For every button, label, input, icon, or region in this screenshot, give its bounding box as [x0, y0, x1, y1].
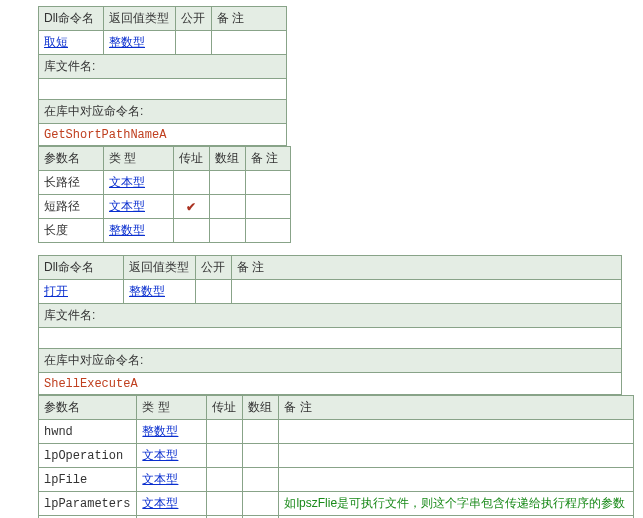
param-row: lpParameters文本型如lpszFlie是可执行文件，则这个字串包含传递… — [39, 492, 634, 516]
param-type: 整数型 — [104, 219, 174, 243]
lib-label: 库文件名: — [39, 55, 287, 79]
lib-value — [39, 79, 287, 100]
param-array — [243, 420, 279, 444]
param-table-1: 参数名 类 型 传址 数组 备 注 长路径文本型短路径文本型✔长度整数型 — [38, 146, 291, 243]
hdr-dllcmd: Dll命令名 — [39, 256, 124, 280]
dll-name-link[interactable]: 取短 — [44, 35, 68, 49]
param-name: lpParameters — [39, 492, 137, 516]
dll-table-1: Dll命令名 返回值类型 公开 备 注 取短 整数型 库文件名: 在库中对应命令… — [38, 6, 287, 146]
param-type-link[interactable]: 文本型 — [109, 175, 145, 189]
param-row: 长路径文本型 — [39, 171, 291, 195]
param-remark — [246, 219, 291, 243]
param-byref — [207, 444, 243, 468]
ph-name: 参数名 — [39, 396, 137, 420]
param-remark — [246, 195, 291, 219]
param-type: 文本型 — [137, 492, 207, 516]
dll-row: 打开 整数型 — [39, 280, 622, 304]
dll-row: 取短 整数型 — [39, 31, 287, 55]
param-table-2: 参数名 类 型 传址 数组 备 注 hwnd整数型lpOperation文本型l… — [38, 395, 634, 518]
ph-byref: 传址 — [174, 147, 210, 171]
public-cell — [176, 31, 212, 55]
lib-value-row — [39, 79, 287, 100]
ph-remark: 备 注 — [279, 396, 634, 420]
hdr-rettype: 返回值类型 — [124, 256, 196, 280]
param-byref — [174, 171, 210, 195]
hdr-public: 公开 — [176, 7, 212, 31]
dll-block-getshortpathname: Dll命令名 返回值类型 公开 备 注 取短 整数型 库文件名: 在库中对应命令… — [38, 6, 643, 243]
inlib-value: ShellExecuteA — [44, 377, 138, 391]
lib-label-row: 库文件名: — [39, 304, 622, 328]
lib-label: 库文件名: — [39, 304, 622, 328]
param-remark — [246, 171, 291, 195]
ret-type-link[interactable]: 整数型 — [109, 35, 145, 49]
param-byref — [207, 468, 243, 492]
ph-type: 类 型 — [137, 396, 207, 420]
hdr-rettype: 返回值类型 — [104, 7, 176, 31]
hdr-public: 公开 — [196, 256, 232, 280]
header-row: Dll命令名 返回值类型 公开 备 注 — [39, 256, 622, 280]
param-name: 短路径 — [39, 195, 104, 219]
inlib-label-row: 在库中对应命令名: — [39, 100, 287, 124]
param-name: hwnd — [39, 420, 137, 444]
param-type-link[interactable]: 文本型 — [142, 448, 178, 462]
inlib-value: GetShortPathNameA — [44, 128, 166, 142]
param-row: 长度整数型 — [39, 219, 291, 243]
dll-name-link[interactable]: 打开 — [44, 284, 68, 298]
hdr-dllcmd: Dll命令名 — [39, 7, 104, 31]
param-type-link[interactable]: 文本型 — [142, 472, 178, 486]
param-name: lpFile — [39, 468, 137, 492]
param-type-link[interactable]: 文本型 — [142, 496, 178, 510]
param-row: lpFile文本型 — [39, 468, 634, 492]
inlib-label-row: 在库中对应命令名: — [39, 349, 622, 373]
param-row: hwnd整数型 — [39, 420, 634, 444]
param-remark: 如lpszFlie是可执行文件，则这个字串包含传递给执行程序的参数 — [279, 492, 634, 516]
param-type-link[interactable]: 整数型 — [109, 223, 145, 237]
param-type: 文本型 — [104, 171, 174, 195]
param-type: 文本型 — [137, 468, 207, 492]
param-name: 长度 — [39, 219, 104, 243]
param-type-link[interactable]: 整数型 — [142, 424, 178, 438]
lib-label-row: 库文件名: — [39, 55, 287, 79]
ph-remark: 备 注 — [246, 147, 291, 171]
public-cell — [196, 280, 232, 304]
ph-byref: 传址 — [207, 396, 243, 420]
ph-array: 数组 — [210, 147, 246, 171]
param-remark — [279, 468, 634, 492]
param-array — [210, 195, 246, 219]
header-row: Dll命令名 返回值类型 公开 备 注 — [39, 7, 287, 31]
inlib-label: 在库中对应命令名: — [39, 100, 287, 124]
param-type: 文本型 — [104, 195, 174, 219]
ph-array: 数组 — [243, 396, 279, 420]
param-byref — [174, 219, 210, 243]
lib-value — [39, 328, 622, 349]
param-row: lpOperation文本型 — [39, 444, 634, 468]
inlib-value-row: GetShortPathNameA — [39, 124, 287, 146]
hdr-remark: 备 注 — [232, 256, 622, 280]
param-remark — [279, 420, 634, 444]
param-type: 整数型 — [137, 420, 207, 444]
inlib-label: 在库中对应命令名: — [39, 349, 622, 373]
param-header-row: 参数名 类 型 传址 数组 备 注 — [39, 147, 291, 171]
param-header-row: 参数名 类 型 传址 数组 备 注 — [39, 396, 634, 420]
inlib-value-row: ShellExecuteA — [39, 373, 622, 395]
ph-type: 类 型 — [104, 147, 174, 171]
param-byref — [207, 492, 243, 516]
param-byref — [207, 420, 243, 444]
hdr-remark: 备 注 — [212, 7, 287, 31]
ph-name: 参数名 — [39, 147, 104, 171]
param-row: 短路径文本型✔ — [39, 195, 291, 219]
dll-block-shellexecute: Dll命令名 返回值类型 公开 备 注 打开 整数型 库文件名: 在库中对应命令… — [38, 255, 643, 518]
param-array — [243, 444, 279, 468]
param-type: 文本型 — [137, 444, 207, 468]
param-name: lpOperation — [39, 444, 137, 468]
param-array — [210, 219, 246, 243]
param-byref: ✔ — [174, 195, 210, 219]
dll-table-2: Dll命令名 返回值类型 公开 备 注 打开 整数型 库文件名: 在库中对应命令… — [38, 255, 622, 395]
param-array — [243, 468, 279, 492]
remark-cell — [212, 31, 287, 55]
param-type-link[interactable]: 文本型 — [109, 199, 145, 213]
param-remark — [279, 444, 634, 468]
lib-value-row — [39, 328, 622, 349]
param-array — [210, 171, 246, 195]
ret-type-link[interactable]: 整数型 — [129, 284, 165, 298]
